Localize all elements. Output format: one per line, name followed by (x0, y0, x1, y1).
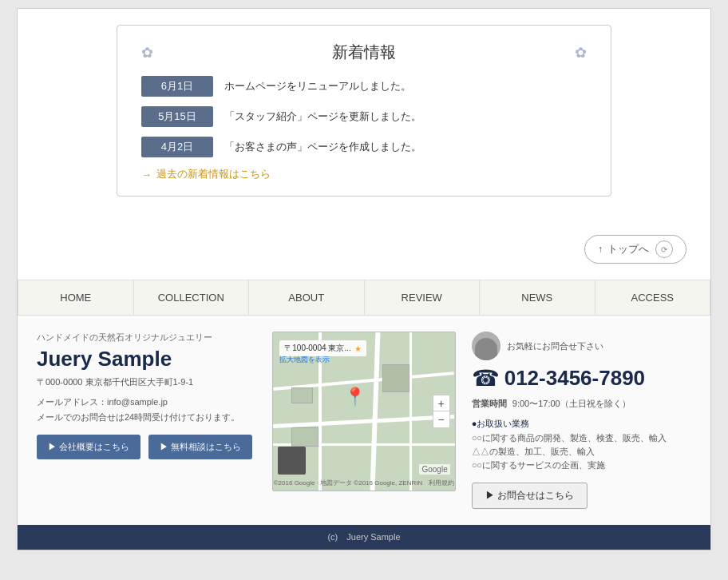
footer-tagline: ハンドメイドの天然石オリジナルジュエリー (37, 332, 256, 344)
free-consult-button[interactable]: ▶ 無料相談はこちら (148, 435, 252, 459)
navigation-bar: HOMECOLLECTIONABOUTREVIEWNEWSACCESS (18, 280, 710, 316)
map-container[interactable]: 〒100-0004 東京... ★ 拡大地図を表示 📍 + − Google ©… (272, 332, 455, 491)
copyright-text: (c) Juery Sample (327, 532, 400, 542)
news-box: ✿ 新着情報 ✿ 6月1日 ホームページをリニューアルしました。 5月15日 「… (117, 25, 611, 197)
hours-value: 9:00〜17:00（土日祝を除く） (512, 399, 631, 408)
map-pin-icon: 📍 (344, 387, 366, 407)
nav-item-home[interactable]: HOME (18, 280, 134, 315)
nav-items-list: HOMECOLLECTIONABOUTREVIEWNEWSACCESS (18, 280, 710, 315)
inquiry-btn-label: ▶ お問合せはこちら (485, 489, 574, 503)
map-star-icon: ★ (354, 344, 362, 353)
google-logo: Google (419, 464, 449, 475)
deco-left-icon: ✿ (141, 44, 153, 62)
business-section: ●お取扱い業務 ○○に関する商品の開発、製造、検査、販売、輸入△△の製造、加工、… (472, 418, 691, 471)
more-link-label: 過去の新着情報はこちら (156, 167, 271, 181)
news-item: 5月15日 「スタッフ紹介」ページを更新しました。 (141, 106, 587, 127)
consult-btn-label: ▶ 無料相談はこちら (160, 441, 241, 453)
footer-section: ハンドメイドの天然石オリジナルジュエリー Juery Sample 〒000-0… (18, 316, 710, 525)
news-text: 「スタッフ紹介」ページを更新しました。 (224, 109, 421, 124)
company-btn-label: ▶ 会社概要はこちら (48, 441, 129, 453)
contact-label-text: お気軽にお問合せ下さい (507, 340, 603, 352)
business-items-list: ○○に関する商品の開発、製造、検査、販売、輸入△△の製造、加工、販売、輸入○○に… (472, 432, 691, 471)
contact-label-area: お気軽にお問合せ下さい (472, 332, 691, 360)
map-inner: 〒100-0004 東京... ★ 拡大地図を表示 📍 + − Google ©… (273, 332, 454, 491)
news-item: 6月1日 ホームページをリニューアルしました。 (141, 76, 587, 97)
circle-icon: ⟳ (655, 240, 673, 258)
nav-item-about[interactable]: ABOUT (249, 280, 365, 315)
copyright-bar: (c) Juery Sample (18, 525, 710, 550)
map-controls: + − (433, 395, 450, 428)
hours-label: 営業時間 (472, 399, 507, 408)
news-text: 「お客さまの声」ページを作成しました。 (224, 140, 421, 154)
news-section: ✿ 新着情報 ✿ 6月1日 ホームページをリニューアルしました。 5月15日 「… (18, 9, 710, 216)
footer-company-name: Juery Sample (37, 347, 256, 371)
arrow-icon: → (141, 169, 152, 181)
deco-right-icon: ✿ (575, 44, 587, 62)
map-expand-link[interactable]: 拡大地図を表示 (279, 355, 330, 365)
news-text: ホームページをリニューアルしました。 (224, 79, 411, 93)
news-item: 4月2日 「お客さまの声」ページを作成しました。 (141, 137, 587, 157)
map-qr-code (278, 447, 306, 475)
news-date: 4月2日 (141, 137, 213, 157)
news-title: 新着情報 (161, 42, 567, 63)
footer-company-info: ハンドメイドの天然石オリジナルジュエリー Juery Sample 〒000-0… (37, 332, 256, 509)
more-link[interactable]: → 過去の新着情報はこちら (141, 167, 587, 181)
footer-address: 〒000-0000 東京都千代田区大手町1-9-1 (37, 376, 256, 388)
map-address-text: 〒100-0004 東京... (284, 343, 350, 354)
phone-icon: ☎ (472, 365, 500, 391)
news-items-list: 6月1日 ホームページをリニューアルしました。 5月15日 「スタッフ紹介」ペー… (141, 76, 587, 157)
map-footer-text: ©2016 Google · 地図データ ©2016 Google, ZENRI… (273, 479, 454, 487)
spacer-section: ↑ トップへ ⟳ (18, 216, 710, 280)
map-block (291, 387, 313, 403)
phone-line: ☎ 012-3456-7890 (472, 365, 691, 391)
map-block (291, 427, 318, 447)
footer-map: 〒100-0004 東京... ★ 拡大地図を表示 📍 + − Google ©… (272, 332, 455, 509)
map-block (382, 364, 410, 393)
footer-contact: お気軽にお問合せ下さい ☎ 012-3456-7890 営業時間 9:00〜17… (472, 332, 691, 509)
map-link[interactable]: 拡大地図を表示 (279, 356, 330, 363)
business-title: ●お取扱い業務 (472, 418, 691, 430)
footer-email-note: メールでのお問合せは24時間受け付けております。 (37, 411, 256, 423)
avatar (472, 332, 500, 360)
map-road (410, 332, 412, 491)
map-zoom-in[interactable]: + (433, 395, 449, 411)
phone-number: 012-3456-7890 (504, 366, 645, 391)
news-date: 6月1日 (141, 76, 213, 97)
company-overview-button[interactable]: ▶ 会社概要はこちら (37, 435, 140, 459)
map-address-label: 〒100-0004 東京... ★ (279, 340, 366, 356)
footer-email: メールアドレス：info@sample.jp (37, 396, 256, 408)
nav-item-collection[interactable]: COLLECTION (134, 280, 250, 315)
top-button[interactable]: ↑ トップへ ⟳ (584, 235, 686, 264)
news-date: 5月15日 (141, 106, 213, 127)
avatar-image (475, 338, 497, 360)
up-arrow-icon: ↑ (598, 244, 603, 255)
top-button-label: トップへ (607, 242, 649, 256)
footer-buttons: ▶ 会社概要はこちら ▶ 無料相談はこちら (37, 435, 256, 459)
nav-item-news[interactable]: NEWS (480, 280, 595, 315)
inquiry-button[interactable]: ▶ お問合せはこちら (472, 483, 588, 509)
hours-line: 営業時間 9:00〜17:00（土日祝を除く） (472, 398, 691, 410)
nav-item-review[interactable]: REVIEW (365, 280, 481, 315)
map-zoom-out[interactable]: − (433, 411, 449, 427)
business-item: ○○に関する商品の開発、製造、検査、販売、輸入 (472, 432, 691, 444)
business-item: △△の製造、加工、販売、輸入 (472, 446, 691, 458)
business-item: ○○に関するサービスの企画、実施 (472, 459, 691, 471)
nav-item-access[interactable]: ACCESS (595, 280, 711, 315)
news-header: ✿ 新着情報 ✿ (141, 42, 587, 63)
